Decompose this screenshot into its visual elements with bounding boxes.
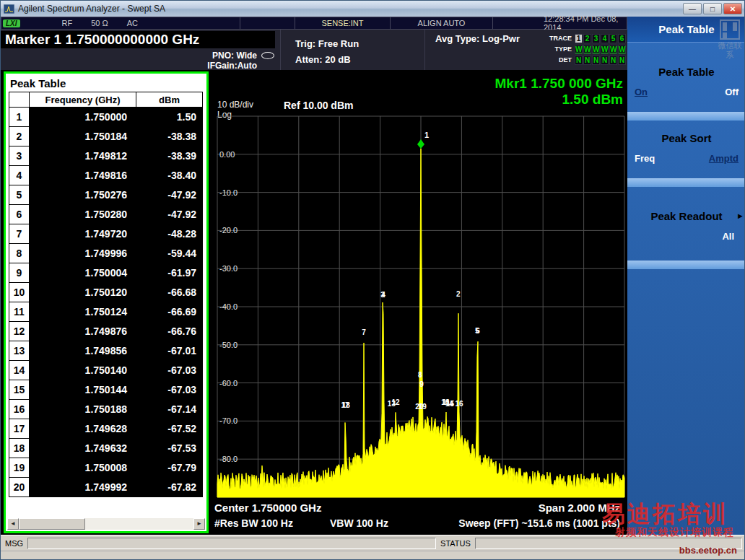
center-frequency-label: Center 1.750000 GHz [214, 502, 321, 514]
trace-cell: N [583, 56, 591, 65]
ifgain-setting: IFGain:Auto [207, 61, 257, 71]
close-button[interactable]: ✕ [723, 3, 742, 14]
marker-section: Marker 1 1.750000000000 GHz PNO: Wide IF… [1, 30, 281, 70]
scrollbar-track[interactable] [85, 518, 193, 530]
sense-indicator: SENSE:INT [321, 19, 363, 27]
trace-cell: N [609, 56, 617, 65]
window-frame-bottom [1, 551, 744, 560]
softkey-separator [627, 112, 745, 121]
align-indicator: ALIGN AUTO [418, 19, 466, 27]
scroll-left-icon[interactable]: ◄ [7, 518, 19, 530]
peak-table-row: 101.750120-66.68 [9, 283, 203, 302]
input-settings-group: LXI RF 50 Ω AC [1, 17, 240, 30]
trace-cell: N [592, 56, 600, 65]
peak-table-row: 11.7500001.50 [9, 108, 203, 127]
peak-table-panel: Peak Table Frequency (GHz) dBm 11.750000… [4, 71, 209, 533]
y-axis-tick-label: -10.0 [219, 188, 238, 197]
trace-cell: 4 [601, 34, 609, 43]
option-freq: Freq [635, 153, 655, 164]
trace-status-block: TRACE 123456 TYPE WWWWWW DET NNNNNN [541, 30, 627, 70]
peak-number-label: 6 [476, 327, 480, 335]
marker-result-readout: Mkr1 1.750 000 GHz 1.50 dBm [495, 76, 623, 108]
type-label: TYPE [554, 45, 572, 53]
peak-table-title: Peak Table [6, 74, 206, 92]
peak-table-row: 191.750008-67.79 [9, 458, 203, 478]
marker-frequency: Mkr1 1.750 000 GHz [495, 76, 623, 92]
peak-number-label: 8 [418, 371, 422, 379]
peak-table-row: 141.750140-67.03 [9, 361, 203, 380]
softkey-peak-sort[interactable]: Peak Sort Freq Amptd [627, 126, 745, 187]
avg-type-setting: Avg Type: Log-Pwr [425, 30, 541, 70]
peak-table-row: 31.749812-38.39 [9, 146, 203, 166]
horizontal-scrollbar[interactable]: ◄ ► [7, 518, 205, 530]
trace-cell: W [575, 45, 583, 54]
message-field [27, 538, 436, 549]
spectrum-display: Mkr1 1.750 000 GHz 1.50 dBm 10 dB/div Lo… [209, 70, 627, 535]
softkey-peak-readout[interactable]: Peak Readout ► All [627, 204, 745, 269]
peak-table-row: 91.750004-61.97 [9, 263, 203, 283]
peak-table-row: 171.749628-67.52 [9, 419, 203, 439]
frequency-column-header: Frequency (GHz) [30, 92, 136, 108]
softkey-menu: Peak Table Peak Table On Off Peak Sort F… [627, 17, 745, 535]
y-axis-tick-label: -20.0 [219, 226, 238, 235]
softkey-caption: Peak Readout [650, 210, 722, 222]
marker-1-number: 1 [424, 131, 429, 139]
trace-cell: W [618, 45, 626, 54]
y-axis-tick-label: -50.0 [219, 341, 238, 349]
peak-table-row: 121.749876-66.76 [9, 322, 203, 341]
trace-cell: W [601, 45, 609, 54]
softkey-separator [627, 261, 745, 269]
peak-table-row: 151.750144-67.03 [9, 380, 203, 400]
trace-cell: N [575, 56, 583, 65]
trigger-section: Trig: Free Run Atten: 20 dB [281, 30, 425, 70]
option-off: Off [725, 87, 739, 97]
maximize-button[interactable]: □ [703, 3, 722, 14]
trace-cell: W [592, 45, 600, 54]
vbw-label: VBW 100 Hz [330, 517, 388, 529]
marker-amplitude: 1.50 dBm [495, 92, 623, 108]
ref-level-label: Ref 10.00 dBm [284, 100, 353, 111]
trace-cell: W [583, 45, 591, 54]
trace-cell: W [609, 45, 617, 54]
peak-number-label: 9 [419, 380, 424, 388]
peak-table-row: 201.749992-67.82 [9, 478, 203, 497]
scroll-right-icon[interactable]: ► [193, 518, 205, 530]
marker-readout: Marker 1 1.750000000000 GHz [1, 31, 275, 48]
index-column-header [9, 92, 30, 108]
trace-cell: 6 [618, 34, 626, 43]
trace-cell: N [618, 56, 626, 65]
peak-number-label: 20 [415, 403, 424, 411]
trace-cell: 2 [583, 34, 591, 43]
peak-number-label: 13 [388, 400, 396, 408]
app-icon [4, 4, 14, 14]
softkey-peak-table[interactable]: Peak Table On Off [627, 60, 745, 121]
minimize-button[interactable]: — [683, 3, 702, 14]
trigger-setting: Trig: Free Run [295, 38, 424, 49]
app-window: Agilent Spectrum Analyzer - Swept SA — □… [0, 0, 745, 560]
msg-label: MSG [3, 539, 25, 548]
y-axis-tick-label: -80.0 [219, 455, 238, 463]
span-label: Span 2.000 MHz [539, 502, 620, 514]
marker-1-diamond[interactable] [417, 139, 424, 149]
menu-title: Peak Table [627, 17, 745, 43]
peak-table-row: 71.749720-48.28 [9, 224, 203, 244]
spectrum-trace [217, 149, 624, 497]
spectrum-plot: 0.00-10.0-20.0-30.0-40.0-50.0-60.0-70.0-… [217, 116, 624, 497]
scale-per-div-label: 10 dB/div [217, 100, 253, 110]
status-strip: LXI RF 50 Ω AC SENSE:INT ALIGN AUTO 12:2… [1, 17, 627, 30]
dbm-column-header: dBm [136, 92, 203, 108]
peak-table-row: 161.750188-67.14 [9, 400, 203, 419]
y-axis-tick-label: -60.0 [219, 379, 238, 388]
rf-indicator: RF [62, 19, 73, 27]
submenu-arrow-icon: ► [736, 211, 744, 220]
peak-table-row: 81.749996-59.44 [9, 244, 203, 263]
status-spacer [240, 17, 295, 30]
trace-label: TRACE [549, 35, 572, 42]
trace-cell: 1 [575, 34, 583, 43]
lxi-badge: LXI [3, 19, 20, 27]
window-title: Agilent Spectrum Analyzer - Swept SA [18, 4, 165, 14]
res-bw-label: #Res BW 100 Hz [214, 517, 293, 529]
scrollbar-thumb[interactable] [19, 518, 85, 530]
title-bar[interactable]: Agilent Spectrum Analyzer - Swept SA — □… [1, 1, 744, 17]
peak-table-row: 21.750184-38.38 [9, 127, 203, 146]
